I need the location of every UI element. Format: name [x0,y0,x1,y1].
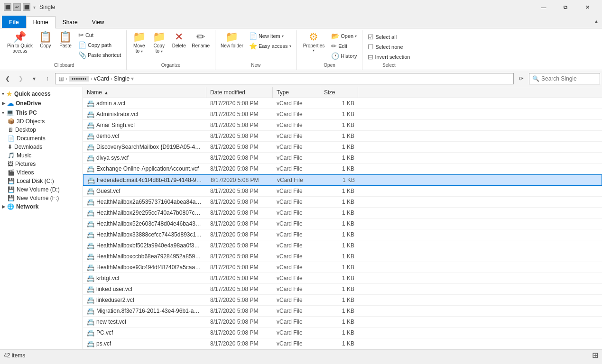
file-size-cell: 1 KB [320,120,358,130]
up-button[interactable]: ↑ [42,73,53,84]
table-row[interactable]: 📇 linked user.vcf 8/17/2020 5:08 PM vCar… [83,284,602,295]
title-bar-quick-icons[interactable]: ⬛ ↩ ⬛ ▾ [4,3,36,11]
sidebar-item-this-pc[interactable]: ▾ 💻 This PC [0,108,83,117]
copy-path-button[interactable]: 📄 Copy path [76,40,123,50]
column-header-name[interactable]: Name ▲ [83,87,206,98]
tab-home[interactable]: Home [26,16,56,28]
sidebar-item-new-volume-f[interactable]: 💾 New Volume (F:) [0,194,83,202]
sidebar-item-pictures[interactable]: 🖼 Pictures [0,160,83,168]
copy-label: Copy [40,43,51,48]
table-row[interactable]: 📇 Guest.vcf 8/17/2020 5:08 PM vCard File… [83,186,602,197]
quick-icon-undo[interactable]: ↩ [13,3,21,11]
table-row[interactable]: 📇 krbtgt.vcf 8/17/2020 5:08 PM vCard Fil… [83,273,602,284]
copy-to-button[interactable]: 📁 Copyto ▾ [149,30,168,55]
quick-icon-1[interactable]: ⬛ [4,3,11,11]
title-bar: ⬛ ↩ ⬛ ▾ Single — ⧉ ✕ [0,0,602,14]
table-row[interactable]: 📇 HealthMailboxccbb68ea79284952a859ee...… [83,251,602,262]
close-button[interactable]: ✕ [576,0,598,14]
table-row[interactable]: 📇 DiscoverySearchMailbox {D919BA05-46A..… [83,142,602,153]
column-header-size[interactable]: Size [320,87,358,98]
paste-button[interactable]: 📋 Paste [56,30,75,50]
minimize-button[interactable]: — [533,0,555,14]
view-icon[interactable]: ⊞ [592,351,598,360]
table-row[interactable]: 📇 PC.vcf 8/17/2020 5:08 PM vCard File 1 … [83,328,602,338]
select-none-button[interactable]: ☐ Select none [365,42,412,52]
address-bar[interactable]: ⊞ › •••••••• › vCard › Single ▾ [55,73,514,84]
tab-share[interactable]: Share [56,16,85,28]
move-to-button[interactable]: 📁 Moveto ▾ [130,30,148,55]
search-input[interactable] [541,75,602,82]
breadcrumb-parent[interactable]: •••••••• [69,76,89,82]
table-row[interactable]: 📇 HealthMailboxbf502fa9940e4a98aa0f3088.… [83,240,602,251]
open-buttons: ⚙ Properties ▾ 📂 Open ▾ ✏ Edit 🕐 History [300,30,360,62]
sidebar-item-downloads[interactable]: ⬇ Downloads [0,143,83,151]
sidebar-item-quick-access[interactable]: ▾ ★ Quick access [0,89,83,99]
table-row[interactable]: 📇 new test.vcf 8/17/2020 5:08 PM vCard F… [83,317,602,328]
new-folder-button[interactable]: 📁 New folder [218,30,246,50]
sidebar-item-3d-objects[interactable]: 📦 3D Objects [0,117,83,126]
table-row[interactable]: 📇 divya sys.vcf 8/17/2020 5:08 PM vCard … [83,153,602,164]
back-button[interactable]: ❮ [2,73,13,84]
sidebar-item-documents[interactable]: 📄 Documents [0,134,83,143]
sidebar-item-music[interactable]: 🎵 Music [0,151,83,160]
copy-button[interactable]: 📋 Copy [36,30,55,50]
edit-button[interactable]: ✏ Edit [329,41,359,51]
breadcrumb-vcard[interactable]: vCard [94,75,109,82]
forward-button[interactable]: ❯ [15,73,27,84]
file-name: HealthMailbox52e603c748d04e46ba432e... [96,220,203,227]
sidebar-item-desktop[interactable]: 🖥 Desktop [0,126,83,134]
quick-access-dropdown[interactable]: ▾ [33,5,36,10]
select-all-button[interactable]: ☑ Select all [365,32,412,42]
column-header-type[interactable]: Type [273,87,320,98]
table-row[interactable]: 📇 Exchange Online-ApplicationAccount.vcf… [83,164,602,174]
breadcrumb-dropdown[interactable]: ▾ [131,75,134,82]
file-name: PC.vcf [96,329,113,336]
sidebar-item-network[interactable]: ▶ 🌐 Network [0,202,83,211]
table-row[interactable]: 📇 FederatedEmail.4c1f4d8b-8179-4148-93b.… [83,174,602,186]
quick-icon-3[interactable]: ⬛ [23,3,30,11]
maximize-button[interactable]: ⧉ [555,0,576,14]
open-button[interactable]: 📂 Open ▾ [329,31,359,41]
vcf-file-icon: 📇 [87,340,94,347]
recent-locations-button[interactable]: ▾ [28,73,40,84]
invert-selection-button[interactable]: ⊟ Invert selection [365,52,412,62]
sidebar-item-videos[interactable]: 🎬 Videos [0,168,83,177]
ribbon-collapse-button[interactable]: ▲ [591,16,602,27]
table-row[interactable]: 📇 HealthMailbox2a65357371604abea84a715..… [83,197,602,208]
vcf-file-icon: 📇 [87,329,94,337]
easy-access-button[interactable]: ⭐ Easy access ▾ [247,41,294,51]
sidebar-item-new-volume-d[interactable]: 💾 New Volume (D:) [0,185,83,194]
sidebar-item-local-disk-c[interactable]: 💾 Local Disk (C:) [0,177,83,185]
vcf-file-icon: 📇 [87,121,94,129]
cut-button[interactable]: ✂ Cut [76,30,123,40]
table-row[interactable]: 📇 ps.vcf 8/17/2020 5:08 PM vCard File 1 … [83,338,602,349]
properties-button[interactable]: ⚙ Properties ▾ [300,30,328,54]
history-button[interactable]: 🕐 History [329,51,359,61]
tab-view[interactable]: View [85,16,111,28]
delete-button[interactable]: ✕ Delete [169,30,188,50]
refresh-button[interactable]: ⟳ [516,73,527,84]
paste-shortcut-button[interactable]: 📎 Paste shortcut [76,50,123,60]
table-row[interactable]: 📇 HealthMailbox29e255cc740a47b0807c3e...… [83,208,602,218]
column-header-date[interactable]: Date modified [206,87,273,98]
table-row[interactable]: 📇 demo.vcf 8/17/2020 5:08 PM vCard File … [83,131,602,142]
table-row[interactable]: 📇 linkeduser2.vcf 8/17/2020 5:08 PM vCar… [83,295,602,306]
table-row[interactable]: 📇 Migration.8f3e7716-2011-43e4-96b1-aba.… [83,306,602,317]
file-size-cell: 1 KB [321,175,359,185]
breadcrumb-single[interactable]: Single [114,75,130,82]
table-row[interactable]: 📇 Amar Singh.vcf 8/17/2020 5:08 PM vCard… [83,120,602,131]
search-bar[interactable]: 🔍 [529,73,600,84]
copy-path-icon: 📄 [78,41,86,49]
table-row[interactable]: 📇 Administrator.vcf 8/17/2020 5:08 PM vC… [83,109,602,120]
table-row[interactable]: 📇 HealthMailbox52e603c748d04e46ba432e...… [83,218,602,229]
rename-button[interactable]: ✏ Rename [189,30,212,50]
breadcrumb-home[interactable]: ⊞ [58,75,64,82]
sidebar-item-onedrive[interactable]: ▶ ☁ OneDrive [0,99,83,108]
file-type-cell: vCard File [273,99,320,108]
table-row[interactable]: 📇 admin a.vcf 8/17/2020 5:08 PM vCard Fi… [83,98,602,109]
table-row[interactable]: 📇 HealthMailboxe93c494df48740f2a5caa94..… [83,262,602,273]
new-item-button[interactable]: 📄 New item ▾ [247,31,294,41]
table-row[interactable]: 📇 HealthMailbox33888cefcc74435d893c19d..… [83,229,602,240]
tab-file[interactable]: File [2,16,26,28]
pin-to-quick-access-button[interactable]: 📌 Pin to Quickaccess [5,30,35,55]
